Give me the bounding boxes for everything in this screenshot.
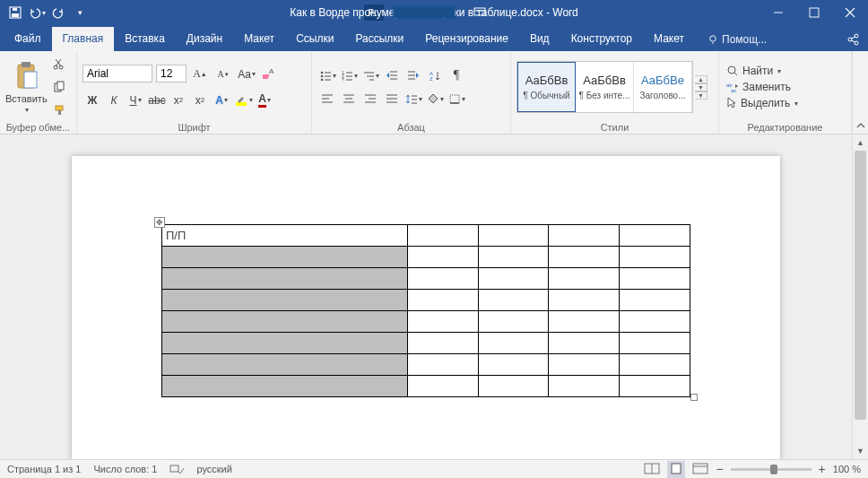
document-area[interactable]: ✥ П/П xyxy=(0,135,852,459)
tab-mailings[interactable]: Рассылки xyxy=(344,27,414,51)
svg-text:ac: ac xyxy=(731,88,736,92)
share-button[interactable] xyxy=(838,28,868,51)
styles-group-label: Стили xyxy=(516,120,713,134)
table-move-handle-icon[interactable]: ✥ xyxy=(154,217,165,228)
zoom-level[interactable]: 100 % xyxy=(833,464,861,474)
strikethrough-button[interactable]: abc xyxy=(147,91,167,110)
align-center-icon[interactable] xyxy=(339,89,359,109)
select-button[interactable]: Выделить▾ xyxy=(725,96,846,110)
status-page[interactable]: Страница 1 из 1 xyxy=(7,464,81,474)
tell-me-search[interactable]: Помощ... xyxy=(702,28,772,51)
find-button[interactable]: Найти▾ xyxy=(725,64,846,78)
numbering-icon[interactable]: 123▾ xyxy=(339,65,359,85)
highlight-icon[interactable]: ▾ xyxy=(233,91,253,110)
scroll-thumb[interactable] xyxy=(855,151,866,420)
justify-icon[interactable] xyxy=(382,89,402,109)
scroll-down-icon[interactable]: ▼ xyxy=(853,443,868,459)
table-resize-handle-icon[interactable] xyxy=(690,394,698,401)
replace-button[interactable]: abacЗаменить xyxy=(725,80,846,94)
change-case-icon[interactable]: Aa▾ xyxy=(237,65,256,84)
styles-expand-icon[interactable]: ▼ xyxy=(695,91,707,100)
tab-layout[interactable]: Макет xyxy=(233,27,285,51)
tab-home[interactable]: Главная xyxy=(52,27,115,51)
web-layout-icon[interactable] xyxy=(692,463,708,476)
minimize-icon[interactable] xyxy=(760,0,796,25)
superscript-button[interactable]: x2 xyxy=(190,91,210,110)
table-cell-selected[interactable] xyxy=(162,333,408,354)
tab-references[interactable]: Ссылки xyxy=(285,27,344,51)
zoom-in-button[interactable]: + xyxy=(819,462,826,476)
user-name[interactable] xyxy=(393,6,456,19)
shading-icon[interactable]: ▾ xyxy=(425,89,445,109)
shrink-font-icon[interactable]: A▼ xyxy=(213,65,233,84)
tab-table-layout[interactable]: Макет xyxy=(643,27,695,51)
align-left-icon[interactable] xyxy=(317,89,337,109)
status-word-count[interactable]: Число слов: 1 xyxy=(93,464,157,474)
svg-rect-18 xyxy=(24,72,37,88)
bullets-icon[interactable]: ▾ xyxy=(317,65,337,85)
font-color-icon[interactable]: A▾ xyxy=(255,91,274,110)
svg-line-15 xyxy=(852,40,855,42)
status-language[interactable]: русский xyxy=(196,464,231,474)
copy-icon[interactable] xyxy=(49,77,69,97)
scroll-up-icon[interactable]: ▲ xyxy=(853,135,868,151)
clear-formatting-icon[interactable]: A xyxy=(260,65,280,84)
underline-button[interactable]: Ч▾ xyxy=(126,91,145,110)
user-badge[interactable]: Р... xyxy=(364,4,384,21)
vertical-scrollbar[interactable]: ▲ ▼ xyxy=(852,135,868,459)
styles-scroll-down-icon[interactable]: ▼ xyxy=(695,83,707,91)
qat-customize-icon[interactable]: ▾ xyxy=(70,3,90,22)
table-cell-selected[interactable] xyxy=(162,268,408,290)
style-normal[interactable]: АаБбВв¶ Обычный xyxy=(517,62,576,112)
tab-table-design[interactable]: Конструктор xyxy=(560,27,643,51)
redo-icon[interactable] xyxy=(48,3,68,22)
table-cell-selected[interactable] xyxy=(162,290,408,311)
increase-indent-icon[interactable] xyxy=(404,65,423,85)
print-layout-icon[interactable] xyxy=(667,461,685,478)
tab-design[interactable]: Дизайн xyxy=(176,27,233,51)
table-cell-selected[interactable] xyxy=(162,354,408,376)
spellcheck-icon[interactable] xyxy=(169,462,184,476)
zoom-slider-thumb[interactable] xyxy=(770,465,777,474)
close-icon[interactable] xyxy=(832,0,868,25)
tab-view[interactable]: Вид xyxy=(519,27,560,51)
table-cell-selected[interactable] xyxy=(162,247,408,268)
cut-icon[interactable] xyxy=(49,54,69,74)
table-cell-selected[interactable] xyxy=(162,311,408,333)
zoom-slider[interactable] xyxy=(731,468,812,471)
undo-icon[interactable]: ▾ xyxy=(27,3,47,22)
sort-icon[interactable]: AZ xyxy=(425,65,445,85)
font-name-input[interactable] xyxy=(82,65,152,83)
tab-review[interactable]: Рецензирование xyxy=(414,27,519,51)
paragraph-group-label: Абзац xyxy=(317,120,505,134)
save-icon[interactable] xyxy=(5,3,25,22)
read-mode-icon[interactable] xyxy=(644,463,660,476)
ribbon-display-icon[interactable] xyxy=(473,6,486,20)
maximize-icon[interactable] xyxy=(796,0,832,25)
bold-button[interactable]: Ж xyxy=(82,91,102,110)
italic-button[interactable]: К xyxy=(104,91,124,110)
table-cell-selected[interactable] xyxy=(162,376,408,397)
text-effects-icon[interactable]: A▾ xyxy=(212,91,231,110)
table-header-cell[interactable]: П/П xyxy=(162,225,408,247)
multilevel-list-icon[interactable]: ▾ xyxy=(360,65,380,85)
paste-button[interactable]: Вставить ▾ xyxy=(5,61,48,114)
document-table[interactable]: П/П xyxy=(161,224,690,397)
style-heading1[interactable]: АаБбВеЗаголово... xyxy=(634,62,692,112)
format-painter-icon[interactable] xyxy=(49,100,69,120)
zoom-out-button[interactable]: − xyxy=(716,462,723,476)
grow-font-icon[interactable]: A▲ xyxy=(190,65,210,84)
decrease-indent-icon[interactable] xyxy=(382,65,402,85)
styles-scroll-up-icon[interactable]: ▲ xyxy=(695,75,707,83)
collapse-ribbon-icon[interactable] xyxy=(852,51,868,134)
style-no-spacing[interactable]: АаБбВв¶ Без инте... xyxy=(576,62,634,112)
borders-icon[interactable]: ▾ xyxy=(447,89,466,109)
tab-file[interactable]: Файл xyxy=(4,27,52,51)
line-spacing-icon[interactable]: ▾ xyxy=(404,89,423,109)
align-right-icon[interactable] xyxy=(360,89,380,109)
tab-insert[interactable]: Вставка xyxy=(114,27,176,51)
show-marks-icon[interactable]: ¶ xyxy=(447,65,466,85)
font-size-input[interactable] xyxy=(156,65,187,83)
styles-gallery[interactable]: АаБбВв¶ Обычный АаБбВв¶ Без инте... АаБб… xyxy=(516,61,693,113)
subscript-button[interactable]: x2 xyxy=(169,91,188,110)
